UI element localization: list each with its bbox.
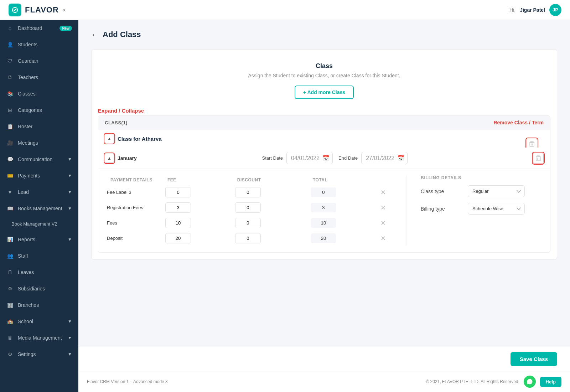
- avatar: JP: [549, 4, 561, 16]
- sidebar-item-settings[interactable]: ⚙ Settings ▼: [0, 346, 78, 362]
- billing-select[interactable]: RegularTrialMake-up: [468, 185, 525, 197]
- discount-input[interactable]: [235, 218, 261, 228]
- remove-payment-row-button[interactable]: ✕: [380, 204, 386, 212]
- remove-payment-row-button[interactable]: ✕: [380, 234, 386, 242]
- roster-icon: 📋: [6, 123, 14, 130]
- copyright-text: © 2021, FLAVOR PTE. LTD. All Rights Rese…: [426, 379, 519, 384]
- sidebar-label-reports: Reports: [18, 237, 63, 242]
- chevron-down-icon: ▼: [68, 190, 72, 195]
- term-collapse-button[interactable]: ▲: [105, 154, 114, 163]
- sidebar-item-guardian[interactable]: 🛡 Guardian: [0, 53, 78, 69]
- sidebar-item-meetings[interactable]: 🎥 Meetings: [0, 135, 78, 151]
- svg-rect-2: [530, 141, 533, 143]
- payments-icon: 💳: [6, 172, 14, 179]
- payment-col-fee: FEE: [164, 175, 234, 185]
- sidebar-label-guardian: Guardian: [18, 58, 72, 64]
- sidebar-item-reports[interactable]: 📊 Reports ▼: [0, 231, 78, 248]
- discount-input[interactable]: [235, 187, 261, 197]
- table-row: Fee Label 3 0 ✕: [107, 185, 399, 200]
- fee-input[interactable]: [165, 233, 191, 243]
- main-layout: ⌂ Dashboard New 👤 Students 🛡 Guardian 🖥 …: [0, 20, 570, 392]
- content-area: ← Add Class Class Assign the Student to …: [78, 20, 570, 392]
- sidebar-label-communication: Communication: [18, 156, 63, 162]
- chevron-down-icon: ▼: [68, 206, 72, 211]
- class-group-title: CLASS(1): [105, 120, 128, 125]
- class-section-card: Class Assign the Student to existing Cla…: [91, 49, 557, 260]
- end-date-label: End Date: [338, 155, 358, 161]
- bottom-bar-right: © 2021, FLAVOR PTE. LTD. All Rights Rese…: [426, 376, 561, 388]
- payment-label: Fees: [107, 215, 164, 231]
- sidebar-label-settings: Settings: [18, 351, 63, 357]
- sidebar-item-staff[interactable]: 👥 Staff: [0, 248, 78, 264]
- sidebar-label-classes: Classes: [18, 91, 72, 97]
- user-name: Jigar Patel: [520, 7, 545, 13]
- chevron-down-icon: ▼: [68, 157, 72, 162]
- sidebar-item-subsidiaries[interactable]: ⚙ Subsidiaries: [0, 280, 78, 297]
- lead-icon: ▼: [6, 189, 14, 196]
- end-date-input[interactable]: 27/01/2022 📅: [361, 152, 408, 164]
- billing-row: Billing type Schedule WiseMonthlyPer Cla…: [421, 203, 542, 215]
- sidebar-label-branches: Branches: [18, 302, 72, 308]
- billing-section-label: Billing Details: [421, 175, 542, 180]
- help-button[interactable]: Help: [540, 377, 561, 387]
- start-date-value: 04/01/2022: [291, 155, 320, 161]
- page-header: ← Add Class: [91, 30, 557, 39]
- class-header-section: Class Assign the Student to existing Cla…: [92, 50, 557, 108]
- discount-input[interactable]: [235, 202, 261, 213]
- sidebar-item-communication[interactable]: 💬 Communication ▼: [0, 151, 78, 167]
- save-class-button[interactable]: Save Class: [511, 352, 557, 366]
- billing-select[interactable]: Schedule WiseMonthlyPer Class: [468, 203, 525, 215]
- sidebar-item-students[interactable]: 👤 Students: [0, 36, 78, 53]
- sidebar-label-lead: Lead: [18, 189, 63, 195]
- sidebar-item-leaves[interactable]: 🗒 Leaves: [0, 264, 78, 280]
- remove-payment-row-button[interactable]: ✕: [380, 219, 386, 227]
- media-icon: 🖥: [6, 334, 14, 341]
- sidebar-item-branches[interactable]: 🏢 Branches: [0, 297, 78, 313]
- term-name: January: [118, 155, 137, 161]
- collapse-sidebar-button[interactable]: «: [62, 6, 66, 14]
- categories-icon: ⊞: [6, 107, 14, 114]
- greeting-text: Hi,: [509, 7, 515, 13]
- discount-input[interactable]: [235, 233, 261, 243]
- sidebar-item-categories[interactable]: ⊞ Categories: [0, 102, 78, 118]
- back-button[interactable]: ←: [91, 31, 98, 39]
- billing-label: Class type: [421, 189, 463, 194]
- sidebar-label-payments: Payments: [18, 173, 63, 179]
- end-date-value: 27/01/2022: [366, 155, 394, 161]
- chevron-down-icon: ▼: [68, 319, 72, 324]
- fee-input[interactable]: [165, 202, 191, 213]
- fee-input[interactable]: [165, 218, 191, 228]
- remove-payment-row-button[interactable]: ✕: [380, 189, 386, 196]
- class-collapse-button[interactable]: ▲: [105, 134, 114, 143]
- sidebar-item-dashboard[interactable]: ⌂ Dashboard New: [0, 20, 78, 36]
- sidebar-label-categories: Categories: [18, 107, 72, 113]
- delete-term-button[interactable]: [533, 153, 544, 164]
- fee-input[interactable]: [165, 187, 191, 197]
- nav-left: FLAVOR «: [9, 4, 66, 16]
- chevron-down-icon: ▼: [68, 335, 72, 340]
- svg-rect-4: [537, 156, 540, 157]
- start-date-input[interactable]: 04/01/2022 📅: [286, 152, 333, 164]
- top-nav: FLAVOR « Hi, Jigar Patel JP: [0, 0, 570, 20]
- billing-label: Billing type: [421, 206, 463, 212]
- sidebar-label-roster: Roster: [18, 124, 72, 129]
- table-row: Fees 10 ✕: [107, 215, 399, 231]
- sidebar-item-teachers[interactable]: 🖥 Teachers: [0, 69, 78, 86]
- total-cell: 10: [311, 218, 336, 228]
- total-cell: 0: [311, 187, 336, 197]
- sidebar-label-dashboard: Dashboard: [18, 25, 55, 31]
- add-more-class-button[interactable]: + Add more Class: [295, 86, 354, 99]
- whatsapp-button[interactable]: [524, 376, 536, 388]
- sidebar-item-lead[interactable]: ▼ Lead ▼: [0, 184, 78, 200]
- sidebar-item-classes[interactable]: 📚 Classes: [0, 86, 78, 102]
- sidebar-item-media[interactable]: 🖥 Media Management ▼: [0, 330, 78, 346]
- sidebar-item-roster[interactable]: 📋 Roster: [0, 118, 78, 135]
- sidebar-item-school[interactable]: 🏫 School ▼: [0, 313, 78, 330]
- sidebar-item-payments[interactable]: 💳 Payments ▼: [0, 167, 78, 184]
- class-heading: Class: [100, 62, 548, 70]
- sidebar-item-books[interactable]: 📖 Books Management ▼: [0, 200, 78, 217]
- sidebar-item-book-v2[interactable]: Book Management V2: [0, 217, 78, 231]
- sidebar-label-leaves: Leaves: [18, 269, 72, 275]
- sidebar-label-school: School: [18, 319, 63, 324]
- svg-rect-1: [530, 143, 534, 146]
